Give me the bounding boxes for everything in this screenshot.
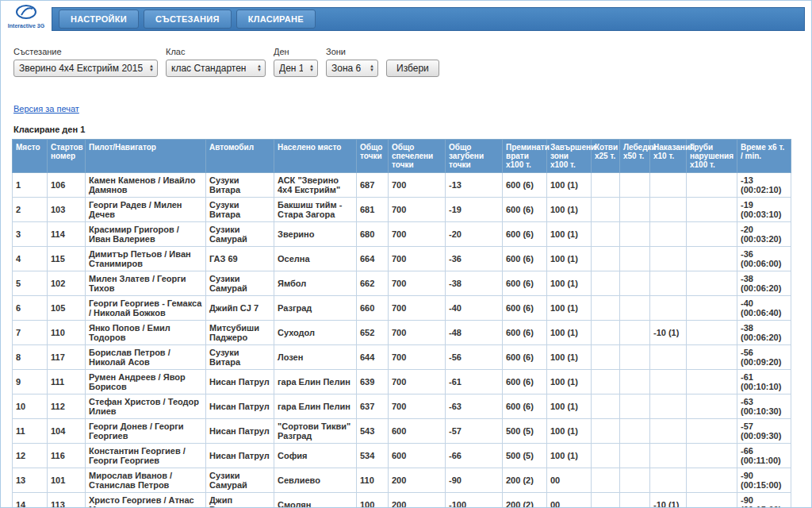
table-row: 13101Мирослав Иванов / Станислав ПетровС… [13, 468, 791, 493]
table-cell: Сузуки Витара [206, 198, 274, 222]
table-cell: Георги Донев / Георги Георгиев [86, 419, 206, 444]
table-cell: Суходол [274, 321, 357, 345]
table-cell: 637 [357, 394, 389, 419]
table-cell: -63 [446, 394, 503, 419]
table-row: 9111Румен Андреев / Явор БорисовНисан Па… [13, 370, 791, 394]
table-cell: 13 [13, 468, 48, 493]
zones-label: Зони [326, 47, 378, 56]
table-cell [592, 493, 620, 508]
table-cell: Сузики Самурай [206, 222, 274, 247]
table-cell: -48 [446, 321, 503, 345]
main-nav: НАСТРОЙКИ СЪСТЕЗАНИЯ КЛАСИРАНЕ [52, 7, 805, 31]
table-cell: -56 [446, 345, 503, 370]
table-cell [620, 247, 650, 271]
table-cell: 600 (6) [503, 173, 547, 198]
zones-select[interactable]: Зона 6 ▲▼ [326, 60, 378, 77]
table-cell: 100 (1) [547, 296, 592, 321]
table-cell: -36 (00:06:00) [737, 247, 791, 271]
table-cell: София [274, 444, 357, 468]
competition-label: Състезание [13, 47, 158, 56]
table-cell: 700 [389, 271, 446, 296]
table-cell: -38 [446, 271, 503, 296]
table-cell: 100 (1) [547, 271, 592, 296]
column-header: Котви x25 т. [592, 140, 620, 173]
table-cell: 500 (5) [503, 444, 547, 468]
table-cell: 700 [389, 321, 446, 345]
day-filter-group: Ден Ден 1 ▲▼ [274, 47, 318, 77]
table-cell [650, 444, 687, 468]
table-cell [650, 271, 687, 296]
table-cell [620, 444, 650, 468]
table-cell: гара Елин Пелин [274, 370, 357, 394]
table-cell: 700 [389, 296, 446, 321]
table-cell [650, 247, 687, 271]
table-cell [650, 468, 687, 493]
table-cell: 700 [389, 173, 446, 198]
day-select[interactable]: Ден 1 ▲▼ [274, 60, 318, 77]
table-cell: 100 (1) [547, 222, 592, 247]
column-header: Преминати врати x100 т. [503, 140, 547, 173]
table-cell [687, 419, 737, 444]
table-cell: Румен Андреев / Явор Борисов [86, 370, 206, 394]
table-cell: -38 (00:06:20) [737, 321, 791, 345]
table-cell: Разград [274, 296, 357, 321]
table-cell: 100 (1) [547, 321, 592, 345]
table-cell: 652 [357, 321, 389, 345]
column-header: Общо спечелени точки [389, 140, 446, 173]
table-cell: 644 [357, 345, 389, 370]
table-cell: 1 [13, 173, 48, 198]
table-cell: 200 [389, 493, 446, 508]
table-row: 11104Георги Донев / Георги ГеоргиевНисан… [13, 419, 791, 444]
nav-tab-competitions[interactable]: СЪСТЕЗАНИЯ [144, 10, 232, 29]
table-cell: Красимир Григоров / Иван Валериев [86, 222, 206, 247]
submit-filter-button[interactable]: Избери [386, 60, 439, 77]
chevron-updown-icon: ▲▼ [309, 64, 314, 72]
table-cell: -61 [446, 370, 503, 394]
table-cell [592, 468, 620, 493]
table-cell: 100 (1) [547, 247, 592, 271]
table-cell [592, 370, 620, 394]
table-cell: -19 (00:03:10) [737, 198, 791, 222]
table-cell: 3 [13, 222, 48, 247]
table-cell: 14 [13, 493, 48, 508]
table-cell: 100 (1) [547, 444, 592, 468]
table-cell [620, 345, 650, 370]
table-cell [650, 198, 687, 222]
competition-filter-group: Състезание Зверино 4х4 Екстрийм 2015 ▲▼ [13, 47, 158, 77]
nav-tab-rankings[interactable]: КЛАСИРАНЕ [236, 10, 316, 29]
table-cell: 664 [357, 247, 389, 271]
table-cell: -56 (00:09:20) [737, 345, 791, 370]
table-cell: 4 [13, 247, 48, 271]
table-cell: Джип Вранглер [206, 493, 274, 508]
column-header: Време x6 т. / min. [737, 140, 791, 173]
table-cell: Янко Попов / Емил Тодоров [86, 321, 206, 345]
table-cell: Милен Златев / Георги Тихов [86, 271, 206, 296]
competition-select[interactable]: Зверино 4х4 Екстрийм 2015 ▲▼ [13, 60, 158, 77]
table-cell: 100 [357, 493, 389, 508]
table-row: 1106Камен Каменов / Ивайло ДамяновСузуки… [13, 173, 791, 198]
table-cell: 600 (6) [503, 222, 547, 247]
table-cell: 700 [389, 247, 446, 271]
table-cell: 2 [13, 198, 48, 222]
print-version-link[interactable]: Версия за печат [13, 104, 79, 114]
class-filter-group: Клас клас Стандартен ▲▼ [166, 47, 266, 77]
table-cell: -10 (1) [650, 493, 687, 508]
table-cell: Камен Каменов / Ивайло Дамянов [86, 173, 206, 198]
table-cell: 600 [389, 444, 446, 468]
table-cell: Нисан Патрул [206, 444, 274, 468]
table-cell: 600 (6) [503, 321, 547, 345]
class-select[interactable]: клас Стандартен ▲▼ [166, 60, 266, 77]
table-cell: Сузики Самурай [206, 468, 274, 493]
table-cell [592, 444, 620, 468]
table-cell [650, 345, 687, 370]
table-cell: 104 [48, 419, 86, 444]
table-cell: 100 (1) [547, 394, 592, 419]
logo: Interactive 3G [1, 4, 52, 29]
table-cell [620, 394, 650, 419]
column-header: Населено място [274, 140, 357, 173]
table-cell: -20 [446, 222, 503, 247]
day-label: Ден [274, 47, 318, 56]
nav-tab-settings[interactable]: НАСТРОЙКИ [59, 10, 139, 29]
table-cell [687, 444, 737, 468]
table-cell: Борислав Петров / Николай Асов [86, 345, 206, 370]
